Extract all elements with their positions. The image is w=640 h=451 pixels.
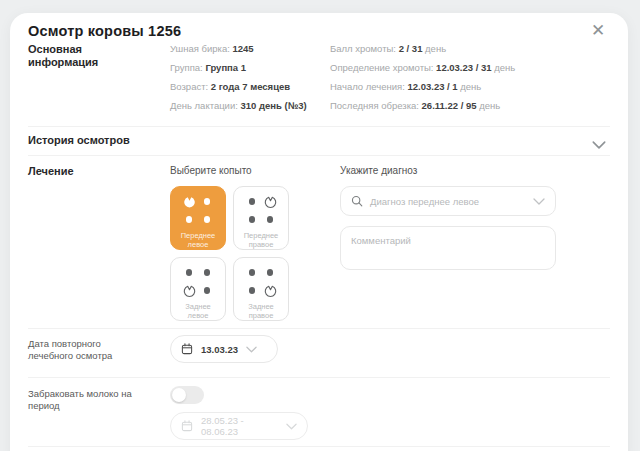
comment-input[interactable] [340, 226, 556, 270]
hoof-picker-title: Выберите копыто [170, 165, 252, 176]
dot-icon [245, 212, 260, 227]
milk-reject-period-picker[interactable]: 28.05.23 - 08.06.23 [170, 412, 308, 440]
dot-icon [245, 265, 260, 280]
hoof-diagram [171, 194, 225, 227]
dot-icon [200, 265, 215, 280]
hoof-tile-front-left[interactable]: Переднее левое [170, 186, 226, 250]
dot-icon [182, 265, 197, 280]
hoof-icon [182, 283, 197, 298]
basic-info-col1: Ушная бирка: 1245 Группа: Группа 1 Возра… [170, 43, 307, 119]
close-icon[interactable]: ✕ [588, 21, 608, 41]
dot-icon [245, 283, 260, 298]
chevron-down-icon [286, 423, 297, 430]
dot-icon [200, 194, 215, 209]
basic-info-col2: Балл хромоты: 2 / 31 день Определение хр… [330, 43, 515, 119]
dot-icon [263, 212, 278, 227]
treatment-section-label: Лечение [28, 165, 138, 178]
dot-icon [245, 194, 260, 209]
diagnosis-select[interactable]: Диагноз переднее левое [340, 186, 556, 216]
hoof-tile-rear-right[interactable]: Заднее правое [233, 257, 289, 321]
milk-reject-toggle[interactable] [170, 386, 204, 404]
revisit-date-picker[interactable]: 13.03.23 [170, 335, 278, 363]
cow-inspection-modal: Осмотр коровы 1256 ✕ Основная информация… [10, 13, 628, 451]
search-icon [351, 195, 363, 207]
divider [28, 446, 610, 447]
divider [28, 328, 610, 329]
hoof-icon [182, 194, 197, 209]
divider [28, 377, 610, 378]
hoof-diagram [234, 194, 288, 227]
info-row: Определение хромоты: 12.03.23 / 31 день [330, 62, 515, 81]
toggle-knob [172, 388, 186, 402]
calendar-icon [181, 343, 193, 355]
revisit-date-value: 13.03.23 [201, 344, 238, 355]
info-row: Последняя обрезка: 26.11.22 / 95 день [330, 100, 515, 119]
hoof-icon [263, 194, 278, 209]
milk-reject-period-value: 28.05.23 - 08.06.23 [201, 415, 278, 437]
hoof-diagram [234, 265, 288, 298]
hoof-diagram [171, 265, 225, 298]
info-row: Возраст: 2 года 7 месяцев [170, 81, 307, 100]
diagnosis-title: Укажите диагноз [340, 165, 417, 176]
info-row: Ушная бирка: 1245 [170, 43, 307, 62]
history-section-label: История осмотров [28, 134, 130, 146]
dot-icon [263, 265, 278, 280]
divider [28, 155, 610, 156]
hoof-tile-label: Заднее левое [171, 302, 225, 320]
diagnosis-placeholder: Диагноз переднее левое [370, 196, 533, 207]
basic-info-section-label: Основная информация [28, 43, 138, 69]
hoof-tile-label: Переднее правое [234, 231, 288, 249]
milk-reject-label: Забраковать молоко на период [28, 388, 133, 411]
dot-icon [182, 212, 197, 227]
hoof-icon [263, 283, 278, 298]
chevron-down-icon [246, 346, 257, 353]
hoof-tile-label: Заднее правое [234, 302, 288, 320]
hoof-tile-front-right[interactable]: Переднее правое [233, 186, 289, 250]
dot-icon [200, 212, 215, 227]
divider [28, 126, 610, 127]
info-row: Балл хромоты: 2 / 31 день [330, 43, 515, 62]
revisit-date-label: Дата повторного лечебного осмотра [28, 338, 133, 361]
hoof-tile-label: Переднее левое [171, 231, 225, 249]
dot-icon [200, 283, 215, 298]
page-title: Осмотр коровы 1256 [28, 23, 181, 39]
hoof-tile-rear-left[interactable]: Заднее левое [170, 257, 226, 321]
info-row: Группа: Группа 1 [170, 62, 307, 81]
info-row: День лактации: 310 день (№3) [170, 100, 307, 119]
calendar-icon [181, 420, 193, 432]
chevron-down-icon [533, 198, 545, 205]
info-row: Начало лечения: 12.03.23 / 1 день [330, 81, 515, 100]
chevron-down-icon[interactable] [592, 135, 606, 153]
